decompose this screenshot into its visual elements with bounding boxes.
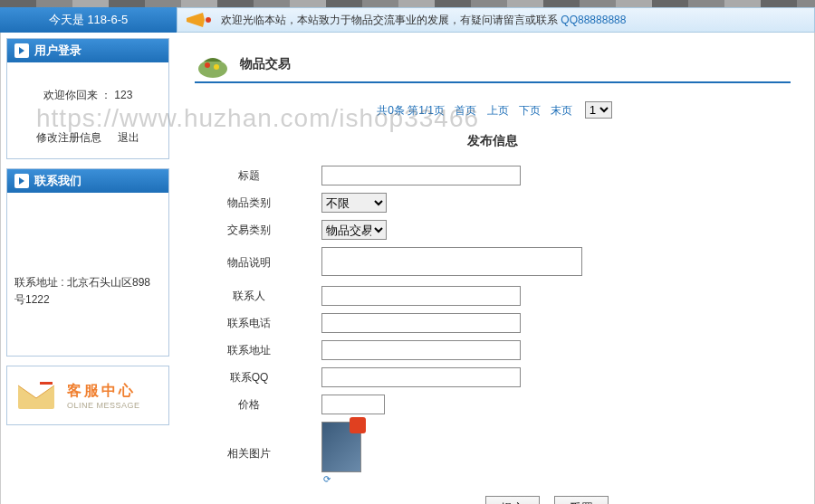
edit-profile-link[interactable]: 修改注册信息 [36,130,101,146]
arrow-right-icon [14,174,29,188]
page-next[interactable]: 下页 [519,104,541,117]
logout-link[interactable]: 退出 [118,130,139,146]
announce-message: 欢迎光临本站，本站致力于物品交流事业的发展，有疑问请留言或联系 [221,14,558,26]
label-title: 标题 [195,168,321,184]
arrow-right-icon [14,43,29,58]
announce-bar: 欢迎光临本站，本站致力于物品交流事业的发展，有疑问请留言或联系 QQ888888… [177,7,815,33]
basket-icon [195,49,231,80]
label-contact-qq: 联系QQ [195,370,321,385]
svg-rect-4 [40,382,53,385]
login-box: 用户登录 欢迎你回来 ： 123 修改注册信息 退出 [6,38,169,159]
welcome-text: 欢迎你回来 ： 123 [14,88,161,103]
label-item-type: 物品类别 [195,195,321,211]
banner-decoration [0,0,815,7]
service-center-box[interactable]: 客服中心 OLINE MESSAGE [6,366,169,425]
image-thumbnail[interactable] [321,422,361,472]
page-prev[interactable]: 上页 [487,104,509,117]
input-price[interactable] [321,395,385,414]
login-header-text: 用户登录 [34,43,82,59]
megaphone-icon [185,11,214,29]
input-contact-phone[interactable] [321,313,521,333]
reset-button[interactable]: 重置 [554,496,609,504]
label-desc: 物品说明 [195,255,321,271]
page-first[interactable]: 首页 [455,104,476,117]
announce-text: 欢迎光临本站，本站致力于物品交流事业的发展，有疑问请留言或联系 QQ888888… [221,13,626,28]
pagination: 共0条 第1/1页 首页 上页 下页 末页 1 [195,101,791,119]
content-area: 物品交易 共0条 第1/1页 首页 上页 下页 末页 1 发布信息 标题 [177,38,809,504]
select-trans-type[interactable]: 物品交易 [321,220,387,240]
textarea-desc[interactable] [321,247,582,276]
submit-button[interactable]: 提交 [485,496,540,504]
welcome-prefix: 欢迎你回来 ： [43,89,111,101]
section-header: 物品交易 [195,47,791,83]
page-select[interactable]: 1 [585,101,612,119]
select-item-type[interactable]: 不限 [321,193,387,213]
image-refresh-link[interactable]: ⟳ [323,474,331,484]
thumb-badge-icon [350,417,366,433]
contact-header-text: 联系我们 [34,173,82,189]
date-display: 今天是 118-6-5 [0,7,177,33]
svg-point-5 [198,60,227,78]
label-contact-name: 联系人 [195,289,321,304]
pagination-info: 共0条 第1/1页 [377,104,445,117]
input-contact-qq[interactable] [321,367,521,387]
contact-header: 联系我们 [7,169,168,193]
page-last[interactable]: 末页 [551,104,572,117]
section-title: 物品交易 [240,56,291,72]
welcome-username: 123 [114,89,132,101]
publish-form: 标题 物品类别 不限 交易类别 物品交易 物品说明 联系人 [195,166,791,504]
service-subtitle: OLINE MESSAGE [67,401,140,410]
envelope-icon [14,378,58,413]
label-trans-type: 交易类别 [195,223,321,238]
announce-qq: QQ88888888 [561,14,626,26]
svg-point-7 [214,64,219,70]
contact-box: 联系我们 联系地址 : 北京石头山区898号1222 [6,168,169,357]
publish-heading: 发布信息 [195,133,791,149]
sidebar: 用户登录 欢迎你回来 ： 123 修改注册信息 退出 [6,38,169,504]
svg-point-6 [205,62,210,68]
input-title[interactable] [321,166,521,185]
label-contact-addr: 联系地址 [195,343,321,358]
svg-point-0 [206,17,211,23]
input-contact-name[interactable] [321,286,521,306]
input-contact-addr[interactable] [321,340,521,360]
label-contact-phone: 联系电话 [195,316,321,331]
contact-address: 联系地址 : 北京石头山区898号1222 [14,274,161,309]
top-bar: 今天是 118-6-5 欢迎光临本站，本站致力于物品交流事业的发展，有疑问请留言… [0,7,815,33]
label-price: 价格 [195,397,321,413]
login-header: 用户登录 [7,39,168,62]
label-image: 相关图片 [195,446,321,461]
service-title: 客服中心 [67,382,140,401]
